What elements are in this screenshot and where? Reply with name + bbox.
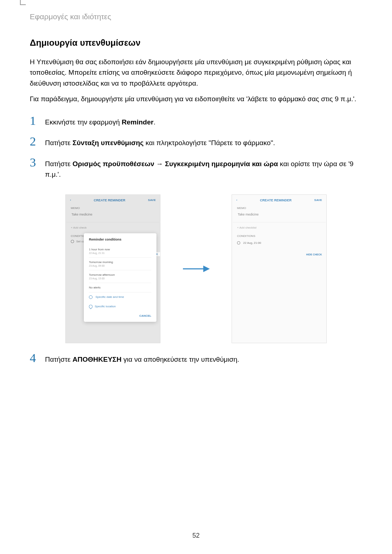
popup-item-sub: 22 Aug, 21:31 [89, 251, 151, 254]
steps-list: 1 Εκκινήστε την εφαρμογή Reminder. 2 Πατ… [30, 110, 362, 188]
popup-item-title: 1 hour from now [89, 248, 151, 251]
mockup-row: ‹ CREATE REMINDER SAVE MEMO Take medicin… [30, 188, 362, 347]
popup-item-title: Tomorrow afternoon [89, 273, 151, 276]
step-pre: Πατήστε [45, 160, 73, 168]
step-3: 3 Πατήστε Ορισμός προϋποθέσεων → Συγκεκρ… [30, 156, 362, 188]
datetime-condition[interactable]: 22 Aug, 21:00 [232, 238, 326, 247]
step-bold-2: Συγκεκριμένη ημερομηνία και ώρα [165, 160, 278, 168]
step-post: . [154, 118, 155, 126]
popup-title: Reminder conditions [89, 238, 151, 245]
section-header: Εφαρμογές και ιδιότητες [30, 0, 362, 38]
step-text: Εκκινήστε την εφαρμογή Reminder. [45, 115, 155, 127]
popup-link-label: Specific location [95, 305, 116, 308]
reminder-text-input[interactable]: Take medicine [233, 212, 326, 222]
popup-specific-location[interactable]: Specific location [89, 302, 151, 311]
step-number: 2 [30, 135, 45, 148]
popup-item-title: Tomorrow morning [89, 260, 151, 264]
phone-title: CREATE REMINDER [260, 198, 291, 202]
popup-option-tomorrow-afternoon[interactable]: Tomorrow afternoon 23 Aug, 15:00 [89, 270, 151, 283]
step-text: Πατήστε Σύνταξη υπενθύμισης και πληκτρολ… [45, 135, 275, 148]
step-pre: Πατήστε [45, 139, 73, 147]
step-bold-1: Ορισμός προϋποθέσεων [73, 160, 154, 168]
clock-icon [237, 241, 240, 245]
popup-option-1hour[interactable]: 1 hour from now 22 Aug, 21:31 [89, 245, 151, 258]
step-number: 4 [30, 352, 45, 364]
page-heading: Δημιουργία υπενθυμίσεων [30, 38, 362, 57]
step-pre: Εκκινήστε την εφαρμογή [45, 118, 122, 126]
phone-mockup-right: ‹ CREATE REMINDER SAVE MEMO Take medicin… [232, 194, 327, 343]
arrow-right-icon [182, 264, 210, 273]
add-checklist[interactable]: + Add checklist [232, 222, 326, 231]
datetime-value: 22 Aug, 21:00 [243, 241, 261, 245]
step-bold: Σύνταξη υπενθύμισης [73, 139, 144, 147]
conditions-label: CONDITIONS [232, 231, 326, 238]
popup-option-no-alerts[interactable]: No alerts [89, 283, 151, 292]
step-text: Πατήστε ΑΠΟΘΗΚΕΥΣΗ για να αποθηκεύσετε τ… [45, 352, 239, 365]
paragraph-2: Για παράδειγμα, δημιουργήστε μία υπενθύμ… [30, 94, 362, 109]
page-tab-border-h [20, 4, 26, 5]
step-number: 1 [30, 115, 45, 127]
popup-link-label: Specific date and time [95, 295, 124, 299]
page-number: 52 [0, 532, 392, 539]
clock-icon [89, 295, 93, 299]
paragraph-1: Η Υπενθύμιση θα σας ειδοποιήσει εάν δημι… [30, 57, 362, 94]
step-pre: Πατήστε [45, 356, 73, 363]
step-post: για να αποθηκεύσετε την υπενθύμιση. [122, 356, 239, 363]
svg-marker-1 [203, 266, 210, 272]
step-4: 4 Πατήστε ΑΠΟΘΗΚΕΥΣΗ για να αποθηκεύσετε… [30, 352, 362, 373]
popup-item-sub: 23 Aug, 09:00 [89, 264, 151, 267]
conditions-popup: Reminder conditions 1 hour from now 22 A… [84, 233, 156, 322]
popup-cancel-button[interactable]: CANCEL [89, 311, 151, 317]
memo-label: MEMO [232, 204, 326, 212]
popup-item-title: No alerts [89, 286, 151, 289]
steps-list-continued: 4 Πατήστε ΑΠΟΘΗΚΕΥΣΗ για να αποθηκεύσετε… [30, 347, 362, 373]
step-bold: Reminder [122, 118, 154, 126]
phone-header: ‹ CREATE REMINDER SAVE [232, 195, 326, 204]
popup-item-sub: 23 Aug, 15:00 [89, 276, 151, 280]
popup-specific-date-time[interactable]: Specific date and time [89, 292, 151, 302]
step-number: 3 [30, 156, 45, 169]
phone-mockup-left: ‹ CREATE REMINDER SAVE MEMO Take medicin… [65, 194, 160, 343]
step-text: Πατήστε Ορισμός προϋποθέσεων → Συγκεκριμ… [45, 156, 362, 180]
back-icon[interactable]: ‹ [236, 198, 237, 202]
step-1: 1 Εκκινήστε την εφαρμογή Reminder. [30, 115, 362, 135]
location-pin-icon [89, 305, 92, 308]
step-arrow: → [154, 160, 165, 168]
hide-check-label[interactable]: HIDE CHECK [232, 247, 326, 256]
page-content: Εφαρμογές και ιδιότητες Δημιουργία υπενθ… [0, 0, 392, 554]
step-bold: ΑΠΟΘΗΚΕΥΣΗ [73, 356, 122, 363]
popup-option-tomorrow-morning[interactable]: Tomorrow morning 23 Aug, 09:00 [89, 258, 151, 270]
save-button[interactable]: SAVE [314, 198, 322, 202]
step-post: και πληκτρολογήστε "Πάρετε το φάρμακο". [144, 139, 275, 147]
step-2: 2 Πατήστε Σύνταξη υπενθύμισης και πληκτρ… [30, 135, 362, 156]
